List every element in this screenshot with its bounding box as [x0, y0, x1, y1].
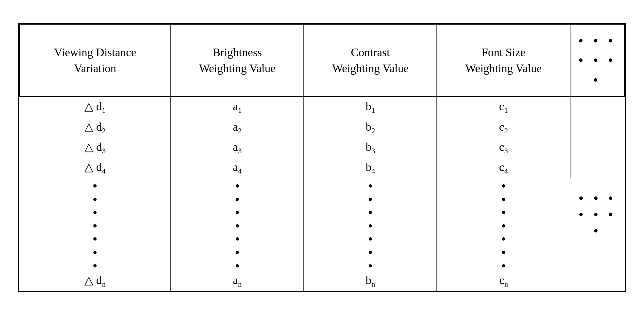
vdot-col3-2: [304, 191, 437, 205]
dot-icon: [236, 224, 239, 227]
vdot-col2-1: [171, 178, 304, 191]
header-more-columns: • • • • • • •: [570, 24, 624, 97]
dots-row-2: [20, 191, 624, 205]
dot-icon: [236, 237, 239, 241]
viewing-d3: △ d3: [20, 138, 171, 158]
dot-icon: [369, 264, 372, 267]
fontsize-c4: c4: [437, 158, 570, 178]
vdot-col1-6: [20, 244, 171, 258]
header-fontsize: Font SizeWeighting Value: [437, 24, 570, 97]
contrast-b3: b3: [304, 138, 437, 158]
vdot-col3-5: [304, 231, 437, 244]
dot-icon: [502, 224, 505, 227]
dot-icon: [93, 251, 97, 254]
dot-icon: [369, 224, 372, 227]
contrast-bn: bn: [304, 271, 437, 291]
data-row-2: △ d2 a2 b2 c2: [20, 118, 624, 138]
dot-icon: [236, 264, 239, 267]
dot-icon: [502, 211, 505, 214]
header-brightness: BrightnessWeighting Value: [171, 24, 304, 97]
vdot-col1-2: [20, 191, 171, 205]
dots-row-5: [20, 231, 624, 244]
data-row-4: △ d4 a4 b4 c4 • • • • • • •: [20, 158, 624, 178]
dot-icon: [502, 251, 505, 254]
dots-row-4: [20, 218, 624, 231]
dot-icon: [236, 251, 239, 254]
dot-icon: [369, 184, 372, 188]
col5-row2: [570, 118, 624, 138]
viewing-d1: △ d1: [20, 97, 171, 118]
dot-icon: [369, 237, 372, 241]
dots-row-6: [20, 244, 624, 258]
header-viewing-distance: Viewing DistanceVariation: [20, 24, 171, 97]
dot-icon: [236, 198, 239, 201]
vdot-col4-1: [437, 178, 570, 191]
contrast-b2: b2: [304, 118, 437, 138]
dot-icon: [502, 184, 505, 188]
contrast-b1: b1: [304, 97, 437, 118]
vdot-col4-5: [437, 231, 570, 244]
vdot-col4-4: [437, 218, 570, 231]
data-row-1: △ d1 a1 b1 c1: [20, 97, 624, 118]
vdot-col2-5: [171, 231, 304, 244]
vdot-col1-3: [20, 204, 171, 218]
viewing-d4: △ d4: [20, 158, 171, 178]
dots-row-3: [20, 204, 624, 218]
dot-icon: [93, 237, 97, 241]
header-contrast: ContrastWeighting Value: [304, 24, 437, 97]
vdot-col2-6: [171, 244, 304, 258]
vdot-col1-4: [20, 218, 171, 231]
vdot-col4-7: [437, 258, 570, 271]
vdot-col3-3: [304, 204, 437, 218]
data-row-3: △ d3 a3 b3 c3: [20, 138, 624, 158]
dot-icon: [369, 211, 372, 214]
header-dots-icon: • • • • • • •: [578, 33, 616, 88]
dot-icon: [236, 184, 239, 188]
fontsize-c1: c1: [437, 97, 570, 118]
col5-row4: • • • • • • •: [570, 158, 624, 271]
vdot-col2-4: [171, 218, 304, 231]
fontsize-c3: c3: [437, 138, 570, 158]
dot-icon: [236, 211, 239, 214]
vdot-col3-7: [304, 258, 437, 271]
vdot-col1-7: [20, 258, 171, 271]
dot-icon: [502, 237, 505, 241]
dot-icon: [369, 198, 372, 201]
vdot-col3-1: [304, 178, 437, 191]
dot-icon: [93, 198, 97, 201]
vdot-col1-1: [20, 178, 171, 191]
vdot-col2-3: [171, 204, 304, 218]
middle-dots-icon: • • • • • • •: [578, 190, 616, 239]
col5-row3: [570, 138, 624, 158]
dot-icon: [502, 198, 505, 201]
brightness-a2: a2: [171, 118, 304, 138]
dot-icon: [93, 184, 97, 188]
header-row: Viewing DistanceVariation BrightnessWeig…: [20, 24, 624, 97]
vdot-col3-4: [304, 218, 437, 231]
viewing-d2: △ d2: [20, 118, 171, 138]
vdot-col1-5: [20, 231, 171, 244]
brightness-a4: a4: [171, 158, 304, 178]
contrast-b4: b4: [304, 158, 437, 178]
dot-icon: [93, 211, 97, 214]
dot-icon: [502, 264, 505, 267]
vdot-col2-2: [171, 191, 304, 205]
data-row-n: △ dn an bn cn: [20, 271, 624, 291]
brightness-an: an: [171, 271, 304, 291]
fontsize-c2: c2: [437, 118, 570, 138]
vdot-col3-6: [304, 244, 437, 258]
dots-row-1: [20, 178, 624, 191]
vdot-col2-7: [171, 258, 304, 271]
main-table-container: Viewing DistanceVariation BrightnessWeig…: [18, 23, 626, 292]
dots-row-7: [20, 258, 624, 271]
col5-row1: [570, 97, 624, 118]
dot-icon: [93, 224, 97, 227]
dot-icon: [93, 264, 97, 267]
brightness-a3: a3: [171, 138, 304, 158]
vdot-col4-2: [437, 191, 570, 205]
brightness-a1: a1: [171, 97, 304, 118]
vdot-col4-6: [437, 244, 570, 258]
viewing-dn: △ dn: [20, 271, 171, 291]
fontsize-cn: cn: [437, 271, 570, 291]
vdot-col4-3: [437, 204, 570, 218]
